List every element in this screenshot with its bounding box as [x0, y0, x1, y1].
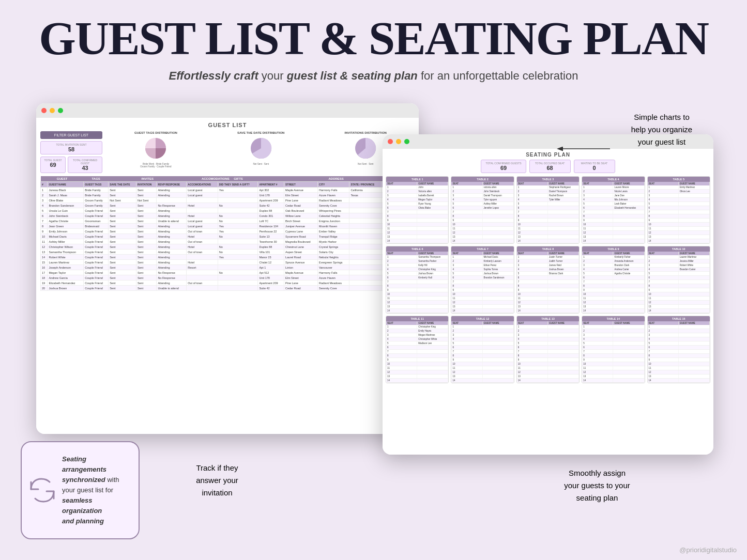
sp-table-row: 9: [451, 219, 513, 223]
table-cell: Spruce Avenue: [284, 260, 318, 265]
seat-number: 1: [451, 255, 482, 259]
guest-name-cell: [613, 375, 644, 378]
sp-table-row: 3Rachel Brown: [517, 194, 579, 198]
guest-name-cell: [548, 288, 579, 292]
seat-number: 7: [517, 350, 548, 353]
table-cell: [187, 286, 218, 291]
seat-number: 6: [451, 206, 482, 210]
seat-number: 12: [451, 370, 482, 374]
guest-name-cell: [679, 379, 710, 382]
table-cell: Elm Street: [284, 193, 318, 198]
sp-table-row: 11: [648, 366, 710, 370]
seat-number: 14: [517, 309, 548, 313]
guest-name-cell: Ethan Perez: [483, 263, 514, 267]
guest-name-cell: [417, 375, 448, 378]
seat-number: 14: [648, 309, 679, 313]
seat-number: 2: [386, 259, 417, 263]
guest-name-cell: [548, 219, 579, 222]
sp-table-header: TABLE 3: [517, 177, 579, 182]
seat-number: 3: [386, 263, 417, 267]
sp-table-row: 12: [517, 370, 579, 375]
table-cell: Emily Johnson: [48, 229, 84, 234]
sp-table-row: 8: [648, 354, 710, 358]
sp-table-cols: SEATGUEST NAME: [451, 252, 513, 255]
guest-name-cell: Joshua Brown: [417, 272, 448, 275]
table-cell: [349, 270, 382, 275]
sp-table-row: 12: [517, 301, 579, 305]
table-cell: Ember Valley: [318, 229, 349, 234]
sp-table-row: 11: [648, 227, 710, 231]
sp-table-row: 2: [648, 329, 710, 333]
col-save-date: SAVE THE DATE: [109, 182, 136, 188]
table-cell: [349, 265, 382, 270]
sp-table-row: 5: [517, 341, 579, 346]
section-invites: INVITES: [109, 176, 187, 182]
seat-number: 12: [648, 301, 679, 304]
guest-name-cell: [548, 379, 579, 382]
table-cell: Sent: [109, 224, 136, 229]
sp-table-row: 2Daniel Thompson: [517, 190, 579, 194]
sp-table-cols: SEATGUEST NAME: [648, 321, 710, 325]
seat-number: 12: [582, 301, 613, 304]
guest-name-cell: [548, 370, 579, 374]
col-accom: ACCOMODATIONS: [187, 182, 218, 188]
sp-table-row: 14: [451, 309, 513, 313]
sp-table-row: 8: [517, 284, 579, 288]
sp-table-row: 1Christopher King: [386, 325, 448, 329]
guest-name-cell: [548, 305, 579, 308]
guest-name-cell: [679, 297, 710, 300]
sp-table-row: 1: [517, 325, 579, 329]
seat-number: 10: [648, 223, 679, 226]
table-cell: Sent: [136, 255, 157, 260]
sp-table-row: 13: [451, 305, 513, 309]
seat-number: 6: [451, 346, 482, 349]
col-guest-name: GUEST NAME: [613, 182, 644, 185]
filter-button[interactable]: FILTER GUEST LIST: [40, 131, 102, 139]
pie-chart-save: [248, 135, 274, 161]
seat-number: 10: [451, 292, 482, 296]
guest-name-cell: [483, 309, 514, 313]
seat-number: 12: [386, 231, 417, 235]
table-cell: Sent: [109, 234, 136, 239]
subtitle-bold2: guest list & seating plan: [287, 69, 418, 82]
table-cell: Sent: [109, 229, 136, 234]
guest-name-cell: Judith Turner: [548, 259, 579, 263]
table-cell: Sent: [109, 275, 136, 281]
sp-table-cols: SEATGUEST NAME: [517, 321, 579, 325]
sp-table-row: 8: [386, 354, 448, 358]
annotation-simple-charts-text: Simple charts tohelp you organizeyour gu…: [605, 111, 719, 148]
col-seat: SEAT: [451, 182, 482, 185]
col-name: GUEST NAME: [48, 182, 84, 188]
sp-title: SEATING PLAN: [386, 152, 710, 158]
table-row: 19Elizabeth HernandezCouple FriendSentSe…: [41, 281, 415, 286]
table-cell: 10: [41, 234, 48, 239]
table-cell: No: [218, 234, 258, 239]
guest-name-cell: Brandon Sanderson: [483, 276, 514, 279]
sp-table-cols: SEATGUEST NAME: [582, 321, 644, 325]
guest-name-cell: [483, 358, 514, 362]
table-cell: [218, 239, 258, 244]
guest-name-cell: [679, 239, 710, 243]
seat-number: 7: [517, 280, 548, 284]
table-cell: Sent: [136, 239, 157, 244]
sp-table-row: 5Leah Baker: [582, 202, 644, 206]
table-cell: No Response: [157, 270, 187, 275]
gl-table-element: GUEST TAGS INVITES ACCOMODATIONS GIFTS A…: [40, 176, 415, 291]
guest-name-cell: [679, 350, 710, 353]
sp-table-row: 1victoria allen: [451, 185, 513, 190]
sp-table-row: 5Madison Lee: [386, 341, 448, 346]
guest-name-cell: Megan Martinez: [417, 333, 448, 337]
sp-confirmed-box: TOTAL CONFIRMED GUESTS 69: [481, 160, 526, 173]
table-cell: 1: [41, 188, 48, 193]
guest-name-cell: Michael Davis: [483, 255, 514, 259]
seat-number: 13: [582, 235, 613, 239]
table-cell: Andrew Garcia: [48, 275, 84, 281]
col-tags: GUEST TAGS: [84, 182, 109, 188]
guest-name-cell: [417, 305, 448, 308]
guest-name-cell: [548, 214, 579, 218]
table-cell: 18: [41, 275, 48, 281]
guest-name-cell: [679, 198, 710, 201]
guest-name-cell: [548, 280, 579, 284]
table-cell: Juniper Avenue: [284, 224, 318, 229]
table-cell: Couple Friend: [84, 234, 109, 239]
